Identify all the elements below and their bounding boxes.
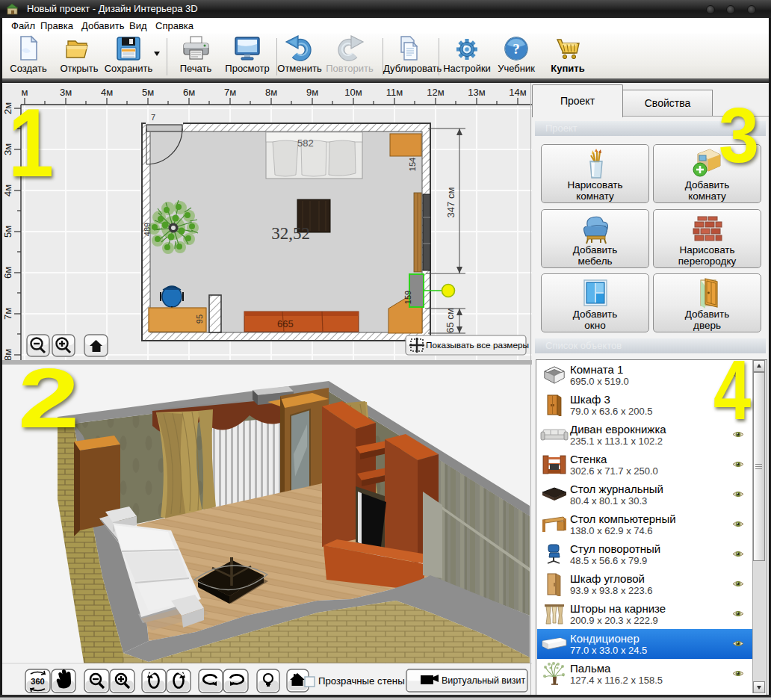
svg-text:7м: 7м [2, 308, 13, 320]
svg-text:5м: 5м [2, 226, 13, 238]
svg-text:6м: 6м [2, 267, 13, 279]
svg-text:Показывать все размеры: Показывать все размеры [426, 340, 529, 350]
svg-text:159: 159 [403, 291, 412, 304]
svg-text:14м: 14м [509, 87, 526, 98]
svg-text:95: 95 [195, 315, 204, 323]
svg-text:11м: 11м [386, 87, 403, 98]
svg-text:665: 665 [277, 318, 294, 329]
svg-text:8м: 8м [265, 87, 277, 98]
svg-text:32,52: 32,52 [271, 224, 310, 243]
svg-text:489: 489 [143, 223, 152, 236]
svg-text:347 см: 347 см [445, 188, 456, 218]
svg-text:10м: 10м [344, 87, 362, 98]
svg-text:582: 582 [297, 137, 314, 149]
svg-text:?: ? [513, 41, 520, 57]
svg-text:360: 360 [31, 677, 44, 686]
svg-text:154: 154 [408, 158, 417, 171]
svg-text:5м: 5м [142, 87, 154, 98]
svg-text:7: 7 [151, 113, 155, 122]
svg-text:65 см: 65 см [445, 308, 456, 333]
svg-text:13м: 13м [468, 87, 485, 98]
svg-text:Прозрачные стены: Прозрачные стены [318, 675, 405, 687]
svg-text:4м: 4м [101, 87, 113, 98]
svg-text:7м: 7м [224, 87, 236, 98]
svg-text:3м: 3м [60, 87, 72, 98]
svg-text:6м: 6м [183, 87, 195, 98]
svg-text:Виртуальный визит: Виртуальный визит [442, 675, 525, 686]
svg-text:8м: 8м [2, 349, 13, 361]
svg-text:9м: 9м [306, 87, 318, 98]
svg-text:12м: 12м [427, 87, 444, 98]
